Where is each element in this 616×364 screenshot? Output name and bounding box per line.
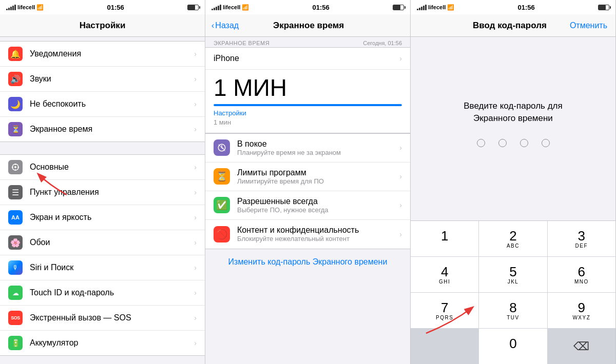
key-7[interactable]: 7 PQRS (411, 293, 478, 328)
cancel-button[interactable]: Отменить (570, 21, 607, 30)
settings-item-controlcenter[interactable]: ☰ Пункт управления › (0, 180, 205, 205)
wallpaper-label: Обои (30, 238, 194, 247)
key-3-letters: DEF (575, 243, 588, 249)
status-time-1: 01:56 (107, 4, 124, 11)
sounds-icon: 🔊 (8, 72, 23, 86)
signal-carrier-3: lifecell 📶 (417, 4, 454, 11)
keypad[interactable]: 1 2 ABC 3 DEF 4 GHI 5 JKL 6 MNO (411, 220, 615, 364)
page-title-2: Экранное время (273, 21, 344, 31)
chevron-display: › (194, 213, 197, 221)
settings-panel: lifecell 📶 01:56 Настройки 🔔 Уведомления… (0, 0, 205, 364)
bar4-p3 (423, 6, 425, 10)
key-3[interactable]: 3 DEF (548, 221, 615, 256)
settings-item-wallpaper[interactable]: 🌸 Обои › (0, 230, 205, 255)
settings-item-battery[interactable]: 🔋 Аккумулятор › (0, 331, 205, 355)
battery-3 (598, 5, 609, 10)
battery-icon-2 (393, 5, 404, 10)
key-9-letters: WXYZ (572, 315, 590, 320)
contentprivacy-text: Контент и конфиденциальность Блокируйте … (237, 226, 399, 242)
passcode-panel: lifecell 📶 01:56 Ввод код-пароля Отменит… (411, 0, 616, 364)
category-time: 1 мин (214, 118, 231, 126)
bar4-p2 (218, 6, 219, 10)
menu-item-contentprivacy[interactable]: 🚫 Контент и конфиденциальность Блокируйт… (205, 220, 410, 249)
key-9-number: 9 (578, 301, 585, 314)
bar4 (12, 6, 14, 10)
iphone-label: iPhone (214, 54, 239, 63)
key-9[interactable]: 9 WXYZ (548, 293, 615, 328)
change-code-link[interactable]: Изменить код-пароль Экранного времени (228, 257, 388, 266)
battery-icon-1 (187, 5, 199, 10)
alwaysallowed-icon: ✅ (214, 197, 230, 213)
applimits-title: Лимиты программ (237, 168, 399, 177)
menu-item-downtime[interactable]: В покое Планируйте время не за экраном › (205, 134, 410, 163)
section-header: ЭКРАННОЕ ВРЕМЯ Сегодня, 01:56 (205, 37, 410, 47)
notifications-icon: 🔔 (8, 47, 23, 61)
key-1[interactable]: 1 (411, 221, 478, 256)
status-bar-3: lifecell 📶 01:56 (411, 0, 615, 14)
backspace-icon: ⌫ (573, 340, 589, 353)
key-6-number: 6 (578, 265, 585, 278)
iphone-row[interactable]: iPhone › (205, 47, 410, 70)
settings-item-touchid[interactable]: ☁ Touch ID и код-пароль › (0, 280, 205, 306)
key-4-letters: GHI (439, 279, 450, 285)
controlcenter-icon: ☰ (8, 185, 23, 199)
menu-item-alwaysallowed[interactable]: ✅ Разрешенные всегда Выберите ПО, нужное… (205, 191, 410, 220)
key-empty (411, 329, 478, 364)
battery-fill-1 (188, 5, 195, 10)
status-bar-1: lifecell 📶 01:56 (0, 0, 205, 14)
section-date: Сегодня, 01:56 (363, 40, 402, 46)
chevron-battery: › (194, 339, 197, 347)
back-button[interactable]: ‹ Назад (211, 21, 239, 30)
bar3-p2 (216, 7, 217, 10)
notifications-label: Уведомления (30, 49, 194, 58)
menu-item-applimits[interactable]: ⏳ Лимиты программ Лимитируйте время для … (205, 163, 410, 191)
settings-item-sos[interactable]: SOS Экстренный вызов — SOS › (0, 306, 205, 331)
battery-fill-3 (599, 5, 606, 10)
key-6[interactable]: 6 MNO (548, 257, 615, 292)
settings-item-general[interactable]: Основные › (0, 155, 205, 180)
key-5[interactable]: 5 JKL (479, 257, 547, 292)
chevron-general: › (194, 163, 197, 171)
key-backspace[interactable]: ⌫ (548, 329, 615, 364)
key-3-number: 3 (578, 229, 585, 242)
settings-list[interactable]: 🔔 Уведомления › 🔊 Звуки › 🌙 Не беспокоит… (0, 37, 205, 364)
section-label: ЭКРАННОЕ ВРЕМЯ (214, 40, 270, 46)
contentprivacy-subtitle: Блокируйте нежелательный контент (237, 235, 399, 242)
wifi-icon-2: 📶 (242, 4, 249, 11)
settings-item-screentime[interactable]: ⏳ Экранное время › (0, 117, 205, 141)
settings-item-notifications[interactable]: 🔔 Уведомления › (0, 42, 205, 67)
alwaysallowed-title: Разрешенные всегда (237, 197, 399, 206)
settings-item-sounds[interactable]: 🔊 Звуки › (0, 67, 205, 92)
svg-point-1 (14, 166, 16, 168)
chevron-sos: › (194, 314, 197, 322)
chevron-applimits: › (399, 172, 402, 180)
chevron-alwaysallowed: › (399, 201, 402, 209)
key-5-number: 5 (509, 265, 516, 278)
wallpaper-icon: 🌸 (8, 235, 23, 250)
key-4[interactable]: 4 GHI (411, 257, 478, 292)
key-0[interactable]: 0 (479, 329, 547, 364)
change-code-area[interactable]: Изменить код-пароль Экранного времени (205, 249, 410, 275)
passcode-prompt-area: Введите код-пароль дляЭкранного времени (411, 37, 615, 220)
bar5-p2 (220, 5, 221, 10)
settings-item-siri[interactable]: 🎙 Siri и Поиск › (0, 255, 205, 280)
key-2[interactable]: 2 ABC (479, 221, 547, 256)
applimits-icon: ⏳ (214, 168, 230, 185)
battery-settings-icon: 🔋 (8, 336, 23, 350)
settings-item-donotdisturb[interactable]: 🌙 Не беспокоить › (0, 92, 205, 117)
alwaysallowed-subtitle: Выберите ПО, нужное всегда (237, 206, 399, 214)
battery-icon-3 (598, 5, 609, 10)
siri-label: Siri и Поиск (30, 263, 194, 272)
downtime-icon (214, 139, 230, 156)
applimits-text: Лимиты программ Лимитируйте время для ПО (237, 168, 399, 185)
chevron-donotdisturb: › (194, 100, 197, 108)
settings-item-display[interactable]: AA Экран и яркость › (0, 205, 205, 230)
touchid-label: Touch ID и код-пароль (30, 288, 194, 297)
bar3 (10, 7, 12, 10)
bar5-p3 (425, 5, 427, 10)
battery-1 (187, 5, 199, 10)
wifi-icon-3: 📶 (447, 4, 454, 11)
chevron-iphone: › (399, 54, 402, 63)
general-label: Основные (30, 163, 194, 172)
key-8[interactable]: 8 TUV (479, 293, 547, 328)
